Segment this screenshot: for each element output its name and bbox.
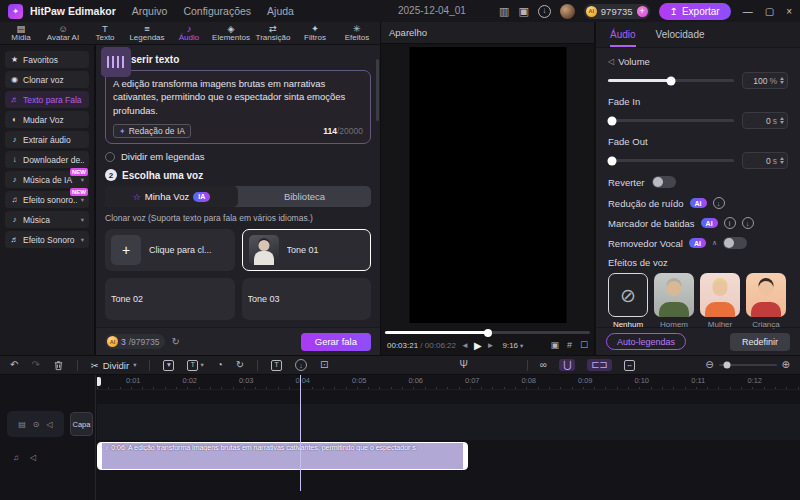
aspect-ratio-dropdown[interactable]: 9:16 ▾ [503, 341, 524, 350]
tab-my-voice[interactable]: ☆ Minha Voz IA [105, 186, 238, 207]
undo-icon[interactable]: ↶ [10, 360, 18, 370]
split-button[interactable]: ✂ Dividir ▾ [91, 360, 137, 371]
close-button[interactable]: × [786, 6, 792, 17]
sidebar-item[interactable]: ↓ Downloader de... [5, 151, 89, 168]
audio-track-icon[interactable]: ♫ [13, 453, 19, 462]
chevron-up-icon[interactable]: ∧ [712, 239, 717, 247]
media-tab[interactable]: ⇄ Transição [252, 22, 294, 44]
bracket-select-icon[interactable]: ⊏⊐ [587, 359, 612, 371]
cover-button[interactable]: Capa [70, 412, 93, 436]
video-track[interactable] [97, 404, 800, 440]
clone-voice-button[interactable]: + Clique para cl... [105, 229, 235, 271]
vocal-remover-toggle[interactable] [723, 237, 747, 249]
download-icon[interactable]: ↓ [713, 197, 725, 209]
stepper-icon[interactable] [780, 117, 784, 124]
delete-icon[interactable] [53, 360, 64, 371]
voice-card-tone03[interactable]: Tone 03 [242, 278, 372, 320]
video-canvas[interactable] [409, 47, 566, 323]
audio-mute-icon[interactable]: ◁ [30, 453, 36, 462]
layout-icon[interactable]: ▥ [499, 6, 509, 17]
refresh-icon[interactable]: ↻ [171, 336, 179, 347]
sidebar-item[interactable]: ♬ Texto para Fala [5, 91, 89, 108]
play-button[interactable]: ▶ [474, 341, 482, 351]
timeline-marker[interactable] [97, 377, 101, 386]
media-tab[interactable]: ≡ Legendas [126, 22, 168, 44]
snapshot-icon[interactable]: ▣ [550, 341, 559, 350]
split-captions-checkbox[interactable]: Dividir em legendas [105, 151, 371, 162]
menu-configuracoes[interactable]: Configurações [183, 5, 251, 17]
fade-in-slider[interactable] [608, 119, 734, 122]
download-center-icon[interactable]: ↓ [538, 5, 551, 18]
sidebar-item[interactable]: ♪ Música de IA ▾ NEW [5, 171, 89, 188]
maximize-button[interactable]: ▢ [765, 6, 774, 17]
redo-icon[interactable]: ↷ [31, 360, 39, 370]
user-avatar[interactable] [560, 4, 575, 19]
export-button[interactable]: ↥ Exportar [659, 3, 731, 20]
media-tab[interactable]: ✦ Filtros [294, 22, 336, 44]
voice-effect-card[interactable]: Homem [654, 273, 694, 329]
chevron-down-icon[interactable]: ▾ [81, 176, 84, 184]
record-mic-icon[interactable]: Ψ [460, 360, 468, 370]
zoom-out-icon[interactable]: ⊖ [705, 360, 713, 370]
download-icon[interactable]: ↓ [295, 359, 307, 371]
media-tab[interactable]: T Texto [84, 22, 126, 44]
voice-effect-card[interactable]: Criança [746, 273, 786, 329]
fade-in-slider-handle[interactable] [608, 116, 617, 125]
sidebar-item[interactable]: ♪ Música ▾ [5, 211, 89, 228]
volume-value[interactable]: 100% [742, 72, 788, 89]
download-icon[interactable]: ↓ [742, 217, 754, 229]
link-icon[interactable]: ∞ [540, 360, 547, 370]
track-visibility-icon[interactable]: ⊙ [33, 420, 40, 429]
feedback-icon[interactable]: ▣ [518, 6, 528, 17]
frame-export-icon[interactable]: ⊡ [320, 360, 328, 370]
media-tab[interactable]: ♪ Áudio [168, 22, 210, 44]
reverse-toggle[interactable] [652, 176, 676, 188]
volume-slider[interactable] [608, 79, 734, 82]
sidebar-item[interactable]: ◉ Clonar voz [5, 71, 89, 88]
sidebar-item[interactable]: ♫ Efeito sonoro... ▾ NEW [5, 191, 89, 208]
media-tab[interactable]: ▤ Mídia [0, 22, 42, 44]
sidebar-item[interactable]: ♬ Efeito Sonoro ▾ [5, 231, 89, 248]
volume-slider-handle[interactable] [667, 76, 676, 85]
loop-play-icon[interactable]: ↻ [236, 360, 244, 370]
menu-ajuda[interactable]: Ajuda [267, 5, 294, 17]
track-mute-icon[interactable]: ◁ [47, 420, 53, 429]
chevron-down-icon[interactable]: ▾ [81, 196, 84, 204]
tab-library[interactable]: Biblioteca [238, 186, 371, 207]
voice-effect-card[interactable]: Mulher [700, 273, 740, 329]
ai-writing-button[interactable]: ✦ Redação de IA [113, 124, 191, 138]
tab-audio[interactable]: Áudio [610, 29, 636, 47]
prev-frame-button[interactable]: ◄ [461, 342, 469, 350]
generate-speech-button[interactable]: Gerar fala [301, 333, 371, 351]
fade-out-slider[interactable] [608, 159, 734, 162]
speed-icon[interactable]: ◔ [217, 360, 223, 370]
fade-out-slider-handle[interactable] [608, 156, 617, 165]
audio-clip[interactable]: ♪ 0:06 A edição transforma imagens bruta… [97, 442, 468, 470]
mask-icon[interactable]: ▾ [163, 360, 174, 371]
preview-seekbar[interactable] [385, 331, 590, 334]
text-tool-icon[interactable]: T ▾ [187, 360, 203, 371]
media-tab[interactable]: ☺ Avatar AI [42, 22, 84, 44]
voice-card-tone01[interactable]: Tone 01 [242, 229, 372, 271]
fade-out-value[interactable]: 0s [742, 152, 788, 169]
timeline-zoom-slider[interactable] [719, 364, 777, 366]
media-tab[interactable]: ◈ Elementos [210, 22, 252, 44]
magnet-icon[interactable]: ⋃ [559, 359, 575, 371]
checkbox-icon[interactable] [105, 152, 115, 162]
text-input-value[interactable]: A edição transforma imagens brutas em na… [113, 77, 363, 117]
chevron-down-icon[interactable]: ▾ [81, 216, 84, 224]
reset-button[interactable]: Redefinir [730, 333, 790, 351]
menu-arquivo[interactable]: Arquivo [132, 5, 168, 17]
next-frame-button[interactable]: ► [487, 342, 495, 350]
playhead[interactable] [300, 375, 301, 491]
stepper-icon[interactable] [780, 157, 784, 164]
text-template-icon[interactable]: T [271, 360, 282, 371]
media-tab[interactable]: ✳ Efeitos [336, 22, 378, 44]
credits-badge[interactable]: AI 979735 + [584, 4, 650, 19]
text-input[interactable]: A edição transforma imagens brutas em na… [105, 70, 371, 144]
minimize-button[interactable]: — [743, 6, 753, 17]
zoom-slider-handle[interactable] [723, 362, 730, 369]
scrollbar[interactable] [376, 59, 379, 121]
fit-timeline-icon[interactable]: ↔ [624, 360, 635, 371]
voice-effect-card[interactable]: ⊘ Nenhum [608, 273, 648, 329]
